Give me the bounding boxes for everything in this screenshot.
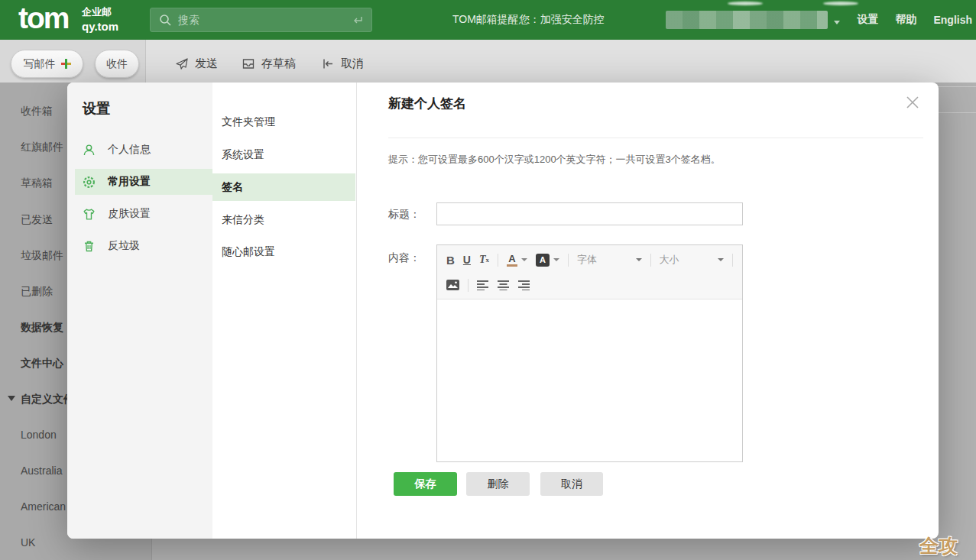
sidebar-item-inbox[interactable]: 收件箱 xyxy=(21,104,53,118)
sidebar-item-drafts[interactable]: 草稿箱 xyxy=(21,176,53,189)
sidebar-item-spam[interactable]: 垃圾邮件 xyxy=(21,248,63,262)
clear-format-x: x xyxy=(486,256,490,264)
align-right-button[interactable] xyxy=(518,280,530,290)
chevron-down-icon xyxy=(553,258,559,261)
user-icon xyxy=(83,144,96,157)
header-user-area: 设置 帮助 English xyxy=(666,0,972,40)
font-size-value: 大小 xyxy=(659,253,679,267)
compose-button-label: 写邮件 xyxy=(24,57,56,71)
sidebar-item-file-center[interactable]: 文件中心 xyxy=(21,356,63,370)
insert-image-button[interactable] xyxy=(446,280,459,290)
chevron-down-icon[interactable] xyxy=(834,21,840,24)
compose-button[interactable]: 写邮件 xyxy=(11,50,83,78)
menu-item-label: 反垃圾 xyxy=(108,239,140,253)
search-box[interactable] xyxy=(150,8,372,32)
signature-panel: 新建个人签名 提示：您可设置最多600个汉字或1200个英文字符；一共可设置3个… xyxy=(357,83,939,539)
security-notice: TOM邮箱提醒您：加强安全防控 xyxy=(452,13,605,27)
submenu-signature[interactable]: 签名 xyxy=(212,173,355,201)
font-color-icon: A xyxy=(507,254,517,267)
sidebar-item-folder-uk[interactable]: UK xyxy=(21,536,35,549)
font-family-value: 字体 xyxy=(577,253,597,267)
menu-item-common-settings[interactable]: 常用设置 xyxy=(75,169,212,195)
search-input[interactable] xyxy=(178,14,339,26)
menu-item-anti-spam[interactable]: 反垃圾 xyxy=(67,233,212,259)
cancel-compose-label: 取消 xyxy=(341,57,364,71)
clear-format-button[interactable]: Tx xyxy=(479,254,489,266)
underline-button[interactable]: U xyxy=(463,254,471,266)
submenu-mail-sorting[interactable]: 来信分类 xyxy=(212,206,355,234)
delete-button[interactable]: 删除 xyxy=(466,472,530,496)
highlight-color-button[interactable]: A xyxy=(536,254,559,267)
panel-title: 新建个人签名 xyxy=(388,95,466,112)
font-color-button[interactable]: A xyxy=(507,254,527,267)
highlight-color-icon: A xyxy=(536,254,550,267)
divider xyxy=(568,254,569,267)
submenu-folder-management[interactable]: 文件夹管理 xyxy=(212,108,355,136)
folder-expander-icon[interactable] xyxy=(8,396,15,401)
signature-title-input[interactable] xyxy=(436,202,743,225)
settings-modal: 设置 个人信息 常用设置 皮肤设置 xyxy=(67,83,939,539)
rich-text-editor: B U Tx A A 字体 xyxy=(436,244,743,462)
cancel-compose-button[interactable]: 取消 xyxy=(321,50,364,78)
chevron-down-icon xyxy=(718,258,724,261)
menu-item-skin-settings[interactable]: 皮肤设置 xyxy=(67,201,212,227)
brand-line1: 企业邮 xyxy=(82,6,118,19)
plus-icon xyxy=(61,59,71,69)
settings-title: 设置 xyxy=(83,99,110,118)
compose-toolbar: 写邮件 收件 发送 存草稿 取消 xyxy=(0,40,976,83)
sidebar-item-deleted[interactable]: 已删除 xyxy=(21,284,53,298)
divider xyxy=(650,254,651,267)
sidebar-item-sent[interactable]: 已发送 xyxy=(21,212,53,226)
chevron-down-icon xyxy=(521,258,527,261)
user-email-redacted xyxy=(666,11,828,29)
signature-content-editor[interactable] xyxy=(437,299,742,462)
settings-menu: 个人信息 常用设置 皮肤设置 反垃圾 xyxy=(67,137,212,259)
menu-item-label: 皮肤设置 xyxy=(108,207,151,221)
cancel-icon xyxy=(321,57,335,70)
align-left-button[interactable] xyxy=(477,280,489,290)
send-button[interactable]: 发送 xyxy=(175,50,218,78)
nav-help[interactable]: 帮助 xyxy=(895,13,916,27)
receive-button[interactable]: 收件 xyxy=(95,50,139,78)
submenu-suixin-mail[interactable]: 随心邮设置 xyxy=(212,238,355,266)
font-family-dropdown[interactable]: 字体 xyxy=(577,253,642,267)
brand-line2: qy.tom xyxy=(82,19,118,34)
header: tom 企业邮 qy.tom TOM邮箱提醒您：加强安全防控 设置 帮助 Eng… xyxy=(0,0,976,40)
close-icon[interactable] xyxy=(904,95,921,112)
nav-english[interactable]: English xyxy=(933,14,972,26)
save-button[interactable]: 保存 xyxy=(394,472,457,496)
tom-logo[interactable]: tom xyxy=(18,2,69,35)
align-center-icon xyxy=(498,280,510,290)
save-draft-button[interactable]: 存草稿 xyxy=(242,50,296,78)
divider xyxy=(468,279,469,292)
nav-settings[interactable]: 设置 xyxy=(857,13,878,27)
cancel-button[interactable]: 取消 xyxy=(540,472,603,496)
title-label: 标题： xyxy=(388,208,420,222)
menu-item-label: 个人信息 xyxy=(108,143,151,157)
clear-format-t: T xyxy=(479,254,486,266)
divider xyxy=(388,138,923,138)
editor-toolbar: B U Tx A A 字体 xyxy=(437,245,742,299)
enter-icon[interactable] xyxy=(352,15,364,27)
align-left-icon xyxy=(477,280,489,290)
image-icon xyxy=(446,280,459,290)
sidebar-item-folder-london[interactable]: London xyxy=(21,428,57,442)
menu-item-label: 常用设置 xyxy=(108,175,151,189)
gear-icon xyxy=(83,176,96,189)
sidebar-item-flagged[interactable]: 红旗邮件 xyxy=(21,140,63,154)
bold-button[interactable]: B xyxy=(446,254,455,267)
sidebar-item-folder-american[interactable]: American xyxy=(21,500,66,513)
draft-icon xyxy=(242,57,255,70)
menu-item-personal-info[interactable]: 个人信息 xyxy=(67,137,212,163)
divider xyxy=(732,254,733,267)
send-icon xyxy=(175,57,189,70)
content-label: 内容： xyxy=(388,251,420,265)
receive-button-label: 收件 xyxy=(106,57,128,71)
align-center-button[interactable] xyxy=(498,280,510,290)
shirt-icon xyxy=(83,208,96,221)
sidebar-item-data-recovery[interactable]: 数据恢复 xyxy=(21,320,63,334)
sidebar-item-folder-australia[interactable]: Australia xyxy=(21,464,62,477)
font-size-dropdown[interactable]: 大小 xyxy=(659,253,724,267)
save-draft-label: 存草稿 xyxy=(261,57,296,71)
submenu-system-settings[interactable]: 系统设置 xyxy=(212,141,355,169)
